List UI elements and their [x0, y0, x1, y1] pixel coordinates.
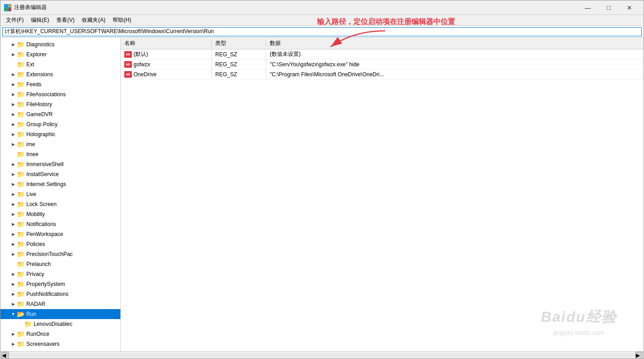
tree-arrow: ▶ [10, 142, 17, 147]
tree-label: Live [26, 191, 36, 197]
tree-label: Prelaunch [26, 261, 51, 267]
tree-label: GameDVR [26, 111, 53, 118]
svg-rect-0 [5, 5, 7, 7]
menu-file[interactable]: 文件(F) [2, 15, 27, 25]
table-header: 名称 类型 数据 [121, 38, 644, 49]
folder-icon: 📁 [17, 81, 25, 88]
tree-item-imee[interactable]: 📁 Imee [0, 149, 120, 159]
menu-edit[interactable]: 编辑(E) [27, 15, 53, 25]
table-row[interactable]: ab OneDrive REG_SZ "C:\Program Files\Mic… [121, 69, 644, 79]
tree-label: FileAssociations [26, 91, 66, 98]
tree-label: Mobility [26, 211, 45, 217]
restore-button[interactable]: □ [598, 0, 619, 15]
tree-label: Holographic [26, 131, 55, 138]
scroll-left-button[interactable]: ◀ [1, 352, 9, 359]
tree-arrow: ▶ [10, 252, 17, 256]
header-type: 类型 [212, 39, 266, 47]
tree-item-radar[interactable]: ▶ 📁 RADAR [0, 299, 120, 309]
tree-label: RunOnce [26, 331, 50, 337]
tree-arrow: ▶ [10, 112, 17, 117]
tree-arrow: ▶ [10, 242, 17, 246]
tree-item-fileassociations[interactable]: ▶ 📁 FileAssociations [0, 89, 120, 99]
tree-item-extensions[interactable]: ▶ 📁 Extensions [0, 69, 120, 79]
folder-icon: 📁 [17, 290, 25, 298]
tree-item-lenovodisablec[interactable]: 📁 LenovoDisablec [0, 319, 120, 329]
tree-item-lockscreen[interactable]: ▶ 📁 Lock Screen [0, 199, 120, 209]
tree-item-run[interactable]: ▼ 📂 Run [0, 309, 120, 319]
tree-arrow: ▶ [10, 282, 17, 286]
minimize-button[interactable]: — [577, 0, 598, 15]
tree-label: Group Policy [26, 121, 58, 128]
tree-label: Extensions [26, 71, 53, 78]
folder-icon: 📁 [24, 320, 32, 328]
tree-item-immersiveshell[interactable]: ▶ 📁 ImmersiveShell [0, 159, 120, 169]
tree-item-gamedvr[interactable]: ▶ 📁 GameDVR [0, 109, 120, 119]
tree-label: Diagnostics [26, 41, 54, 48]
cell-data-default: (数值未设置) [266, 49, 644, 59]
tree-item-mobility[interactable]: ▶ 📁 Mobility [0, 209, 120, 219]
scroll-track [9, 354, 635, 357]
value-name-default: (默认) [134, 50, 148, 58]
tree-label: PropertySystem [26, 281, 65, 287]
folder-icon: 📁 [17, 330, 25, 338]
tree-item-explorer[interactable]: ▶ 📁 Explorer [0, 49, 120, 59]
tree-arrow: ▶ [10, 182, 17, 187]
tree-item-policies[interactable]: ▶ 📁 Policies [0, 239, 120, 249]
tree-item-pushnotifications[interactable]: ▶ 📁 PushNotifications [0, 289, 120, 299]
menu-help[interactable]: 帮助(H) [109, 15, 135, 25]
registry-tree: ▶ 📁 Diagnostics ▶ 📁 Explorer 📁 Ext ▶ 📁 [0, 38, 121, 351]
tree-item-filehistory[interactable]: ▶ 📁 FileHistory [0, 99, 120, 109]
folder-icon: 📁 [17, 111, 25, 118]
menu-favorites[interactable]: 收藏夹(A) [78, 15, 109, 25]
tree-label: InstallService [26, 171, 59, 177]
tree-arrow: ▶ [10, 42, 17, 47]
tree-label: FileHistory [26, 101, 52, 108]
tree-arrow: ▶ [10, 172, 17, 177]
title-bar: 注册表编辑器 — □ ✕ [0, 0, 644, 15]
cell-name-onedrive: ab OneDrive [121, 69, 212, 79]
tree-arrow: ▶ [10, 272, 17, 276]
tree-item-propertysystem[interactable]: ▶ 📁 PropertySystem [0, 279, 120, 289]
menu-view[interactable]: 查看(V) [53, 15, 78, 25]
folder-icon: 📁 [17, 201, 25, 208]
tree-item-live[interactable]: ▶ 📁 Live [0, 189, 120, 199]
tree-item-holographic[interactable]: ▶ 📁 Holographic [0, 129, 120, 139]
folder-icon: 📁 [17, 340, 25, 348]
tree-item-screensavers[interactable]: ▶ 📁 Screensavers [0, 339, 120, 349]
table-row[interactable]: ab (默认) REG_SZ (数值未设置) [121, 49, 644, 59]
cell-name-default: ab (默认) [121, 49, 212, 59]
tree-arrow: ▶ [10, 232, 17, 236]
tree-item-ext[interactable]: 📁 Ext [0, 59, 120, 69]
tree-label: PrecisionTouchPac [26, 251, 73, 257]
tree-item-penworkspace[interactable]: ▶ 📁 PenWorkspace [0, 229, 120, 239]
table-row[interactable]: ab gsfwzx REG_SZ "C:\ServYou\gsfwzx\gsfw… [121, 59, 644, 69]
folder-icon: 📁 [17, 270, 25, 278]
scroll-right-button[interactable]: ▶ [635, 352, 643, 359]
cell-type-gsfwzx: REG_SZ [212, 59, 266, 69]
tree-item-privacy[interactable]: ▶ 📁 Privacy [0, 269, 120, 279]
tree-item-notifications[interactable]: ▶ 📁 Notifications [0, 219, 120, 229]
tree-label: Policies [26, 241, 45, 247]
tree-item-precisiontouchpac[interactable]: ▶ 📁 PrecisionTouchPac [0, 249, 120, 259]
close-button[interactable]: ✕ [619, 0, 640, 15]
tree-item-grouppolicy[interactable]: ▶ 📁 Group Policy [0, 119, 120, 129]
tree-label: Notifications [26, 221, 56, 227]
svg-rect-2 [5, 8, 7, 11]
tree-item-diagnostics[interactable]: ▶ 📁 Diagnostics [0, 39, 120, 49]
cell-data-gsfwzx: "C:\ServYou\gsfwzx\gsfwzx.exe" hide [266, 59, 644, 69]
bottom-scrollbar[interactable]: ◀ ▶ [0, 351, 644, 359]
tree-arrow: ▶ [10, 82, 17, 87]
tree-item-installservice[interactable]: ▶ 📁 InstallService [0, 169, 120, 179]
tree-arrow: ▶ [10, 102, 17, 107]
folder-icon: 📁 [17, 231, 25, 238]
address-input[interactable] [2, 27, 642, 36]
tree-item-prelaunch[interactable]: 📁 Prelaunch [0, 259, 120, 269]
tree-arrow: ▶ [10, 162, 17, 167]
tree-item-feeds[interactable]: ▶ 📁 Feeds [0, 79, 120, 89]
folder-icon: 📁 [17, 151, 25, 158]
tree-item-runonce[interactable]: ▶ 📁 RunOnce [0, 329, 120, 339]
folder-icon: 📁 [17, 91, 25, 98]
tree-item-internetsettings[interactable]: ▶ 📁 Internet Settings [0, 179, 120, 189]
tree-item-ime[interactable]: ▶ 📁 ime [0, 139, 120, 149]
tree-label: Feeds [26, 81, 41, 88]
